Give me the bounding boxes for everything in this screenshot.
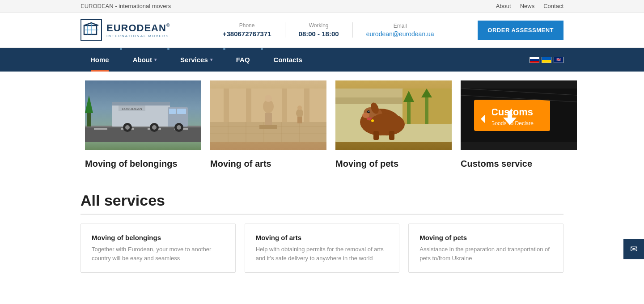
service-img-customs: Customs Goods To Declare <box>461 80 577 150</box>
service-img-belongings: EURODEAN <box>85 80 201 150</box>
service-img-pets <box>335 80 452 150</box>
services-arrow: ▾ <box>210 57 212 62</box>
nav-items: Home About ▾ Services ▾ FAQ Contacts <box>80 48 312 72</box>
all-services-section: All services Moving of belongings Togeth… <box>0 178 644 282</box>
flag-ru[interactable] <box>530 57 539 63</box>
service-title-customs: Customs service <box>461 158 577 169</box>
svg-point-20 <box>152 125 157 130</box>
email-label: Email <box>366 23 434 29</box>
phone-label: Phone <box>223 22 271 29</box>
navbar: Home About ▾ Services ▾ FAQ Contacts <box>0 48 644 72</box>
topbar-link-contact[interactable]: Contact <box>543 3 564 9</box>
svg-rect-37 <box>304 89 309 122</box>
svg-rect-6 <box>94 128 107 130</box>
nav-dot-2 <box>167 48 169 50</box>
svg-text:Goods To Declare: Goods To Declare <box>491 120 534 127</box>
nav-services[interactable]: Services ▾ <box>170 48 222 72</box>
working-block: Working 08:00 - 18:00 <box>285 22 353 38</box>
service-card-sm-desc-pets: Assistance in the preparation and transp… <box>419 245 552 262</box>
services-cards-row: Moving of belongings Together with Eurod… <box>80 224 564 273</box>
service-card-belongings[interactable]: EURODEAN Moving of belongings <box>80 80 206 178</box>
logo-box <box>80 19 102 41</box>
logo-icon <box>83 22 99 38</box>
all-services-title: All services <box>80 192 564 209</box>
header-contacts: Phone +380672767371 Working 08:00 - 18:0… <box>197 22 460 38</box>
service-card-pets[interactable]: Moving of pets <box>331 80 456 178</box>
top-bar-title: EURODEAN - international movers <box>80 3 171 9</box>
topbar-link-news[interactable]: News <box>520 3 535 9</box>
svg-rect-52 <box>425 97 428 124</box>
email-value[interactable]: eurodean@eurodean.ua <box>366 30 434 38</box>
phone-value: +380672767371 <box>223 30 271 38</box>
flag-ua[interactable] <box>542 57 551 63</box>
svg-marker-11 <box>85 95 93 113</box>
services-grid: EURODEAN Moving of belongings <box>0 72 644 178</box>
svg-rect-70 <box>508 111 512 119</box>
svg-rect-72 <box>475 101 492 130</box>
svg-point-65 <box>371 119 374 122</box>
truck-svg: EURODEAN <box>85 89 201 142</box>
header: EURODEAN ® INTERNATIONAL MOVERS Phone +3… <box>0 13 644 48</box>
logo-reg: ® <box>166 22 170 28</box>
svg-rect-40 <box>265 113 272 126</box>
service-card-customs[interactable]: Customs Goods To Declare Customs service <box>456 80 581 178</box>
service-img-arts <box>210 80 326 150</box>
phone-block: Phone +380672767371 <box>209 22 285 38</box>
svg-point-58 <box>367 110 370 113</box>
svg-rect-50 <box>407 102 411 124</box>
nav-home[interactable]: Home <box>80 48 119 72</box>
service-card-sm-title-pets: Moving of pets <box>419 234 552 241</box>
service-card-arts[interactable]: Moving of arts <box>206 80 331 178</box>
svg-point-22 <box>177 125 181 130</box>
svg-text:EURODEAN: EURODEAN <box>122 107 142 111</box>
arts-svg <box>210 89 326 142</box>
top-bar: EURODEAN - international movers About Ne… <box>0 0 644 13</box>
service-card-sm-arts[interactable]: Moving of arts Help with obtaining permi… <box>245 224 400 273</box>
svg-rect-10 <box>87 113 91 127</box>
service-card-sm-belongings[interactable]: Moving of belongings Together with Eurod… <box>80 224 236 273</box>
nav-faq[interactable]: FAQ <box>226 48 260 72</box>
about-arrow: ▾ <box>154 57 157 62</box>
svg-rect-41 <box>259 125 277 129</box>
svg-rect-34 <box>224 89 229 122</box>
service-card-sm-pets[interactable]: Moving of pets Assistance in the prepara… <box>408 224 564 273</box>
nav-flags: 🇬🇧 <box>530 57 564 63</box>
logo-name: EURODEAN <box>106 22 166 34</box>
svg-rect-36 <box>282 89 287 122</box>
logo-text: EURODEAN ® INTERNATIONAL MOVERS <box>106 22 170 38</box>
svg-rect-16 <box>177 109 186 114</box>
svg-rect-64 <box>389 131 394 140</box>
email-icon: ✉ <box>630 244 638 254</box>
nav-dot-1 <box>120 48 122 50</box>
service-card-sm-desc-arts: Help with obtaining permits for the remo… <box>256 245 389 262</box>
svg-rect-15 <box>169 109 176 114</box>
service-card-sm-desc-belongings: Together with Eurodean, your move to ano… <box>92 245 225 262</box>
svg-rect-44 <box>297 117 302 123</box>
svg-point-43 <box>297 106 302 110</box>
svg-point-18 <box>125 125 130 130</box>
svg-point-39 <box>265 95 272 102</box>
service-title-arts: Moving of arts <box>210 158 326 169</box>
pets-svg <box>335 89 452 142</box>
nav-about[interactable]: About ▾ <box>123 48 166 72</box>
nav-contacts[interactable]: Contacts <box>264 48 312 72</box>
service-title-pets: Moving of pets <box>335 158 452 169</box>
service-title-belongings: Moving of belongings <box>85 158 201 169</box>
order-assessment-button[interactable]: ORDER ASSESSMENT <box>478 21 564 40</box>
email-widget[interactable]: ✉ <box>623 239 644 259</box>
logo: EURODEAN ® INTERNATIONAL MOVERS <box>80 19 179 41</box>
all-services-divider <box>80 214 564 215</box>
working-value: 08:00 - 18:00 <box>299 30 339 38</box>
nav-dot-3 <box>223 48 225 50</box>
svg-rect-13 <box>112 102 170 106</box>
svg-point-57 <box>362 113 369 118</box>
svg-rect-63 <box>373 131 379 140</box>
svg-point-59 <box>369 111 369 112</box>
top-bar-links: About News Contact <box>496 3 564 9</box>
flag-gb[interactable]: 🇬🇧 <box>554 57 564 63</box>
service-card-sm-title-belongings: Moving of belongings <box>92 234 225 241</box>
topbar-link-about[interactable]: About <box>496 3 511 9</box>
customs-svg: Customs Goods To Declare <box>461 89 577 142</box>
working-label: Working <box>299 22 339 29</box>
logo-sub: INTERNATIONAL MOVERS <box>106 34 170 38</box>
